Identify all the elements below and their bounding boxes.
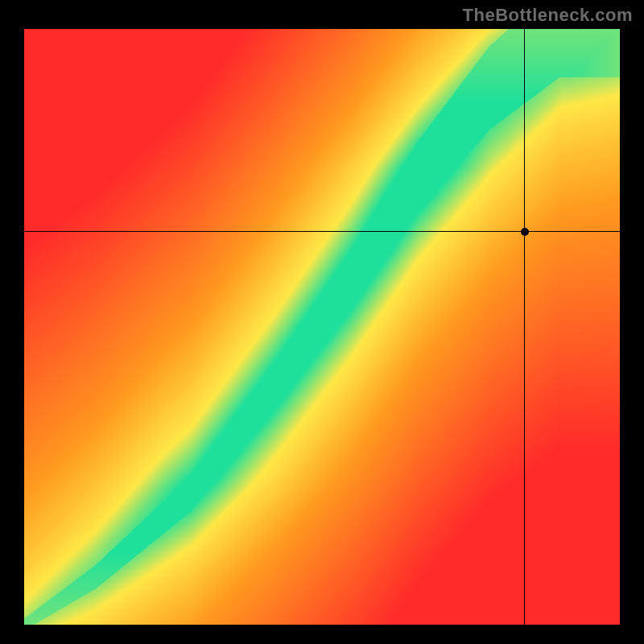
heatmap-canvas — [24, 29, 620, 625]
stage: TheBottleneck.com — [0, 0, 644, 644]
heatmap-plot — [24, 29, 620, 625]
watermark-text: TheBottleneck.com — [463, 5, 633, 26]
